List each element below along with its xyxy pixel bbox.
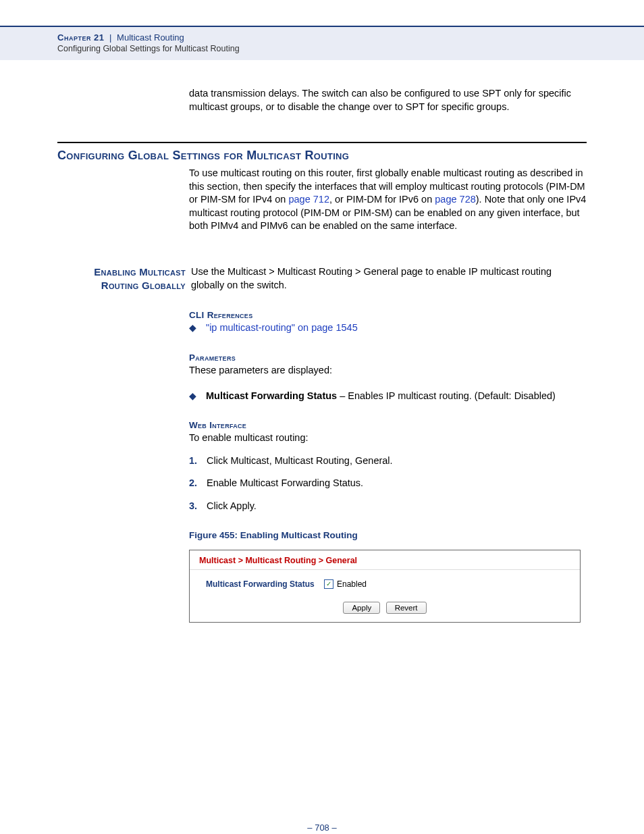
section-heading: Configuring Global Settings for Multicas…	[57, 149, 587, 163]
cli-references-heading: CLI References	[189, 310, 587, 320]
link-ip-multicast-routing[interactable]: "ip multicast-routing" on page 1545	[206, 321, 358, 335]
section-paragraph: To use multicast routing on this router,…	[189, 167, 587, 233]
pipe-separator: |	[109, 32, 114, 43]
figure-caption: Figure 455: Enabling Multicast Routing	[189, 530, 587, 540]
section-text-2: , or PIM-DM for IPv6 on	[329, 194, 435, 205]
header-subtitle: Configuring Global Settings for Multicas…	[57, 44, 587, 53]
apply-button[interactable]: Apply	[343, 602, 380, 614]
step-number: 1.	[189, 454, 207, 468]
enabled-checkbox[interactable]: ✓ Enabled	[324, 579, 367, 589]
chapter-title: Multicast Routing	[117, 32, 184, 43]
bullet-diamond-icon: ◆	[189, 321, 196, 335]
bullet-diamond-icon: ◆	[189, 390, 196, 403]
step-row: 1. Click Multicast, Multicast Routing, G…	[189, 454, 587, 468]
step-text: Click Apply.	[207, 500, 257, 513]
chapter-label: Chapter 21	[57, 32, 104, 43]
step-text: Enable Multicast Forwarding Status.	[207, 477, 363, 490]
link-page-728[interactable]: page 728	[435, 194, 475, 205]
side-heading-line-2: Routing Globally	[101, 280, 186, 291]
screenshot-buttons: Apply Revert	[190, 594, 580, 622]
step-number: 3.	[189, 500, 207, 513]
field-label: Multicast Forwarding Status	[206, 579, 324, 589]
checkbox-icon: ✓	[324, 579, 333, 589]
step-text: Click Multicast, Multicast Routing, Gene…	[207, 454, 393, 468]
side-heading-line-1: Enabling Multicast	[94, 266, 186, 278]
carryover-paragraph: data transmission delays. The switch can…	[189, 87, 587, 113]
screenshot-breadcrumb: Multicast > Multicast Routing > General	[190, 550, 580, 570]
checkbox-label: Enabled	[337, 579, 367, 589]
web-interface-heading: Web Interface	[189, 420, 587, 430]
parameters-heading: Parameters	[189, 353, 587, 363]
page-number: – 708 –	[307, 823, 336, 833]
web-interface-intro: To enable multicast routing:	[189, 432, 587, 445]
side-heading: Enabling Multicast Routing Globally	[57, 265, 191, 293]
revert-button[interactable]: Revert	[386, 602, 427, 614]
parameter-desc: – Enables IP multicast routing. (Default…	[337, 390, 556, 401]
figure-screenshot: Multicast > Multicast Routing > General …	[189, 550, 581, 623]
parameters-intro: These parameters are displayed:	[189, 364, 587, 377]
parameter-item: ◆ Multicast Forwarding Status – Enables …	[189, 390, 587, 403]
page-header: Chapter 21 | Multicast Routing Configuri…	[0, 26, 644, 60]
cli-reference-item: ◆ "ip multicast-routing" on page 1545	[189, 321, 587, 335]
header-line-1: Chapter 21 | Multicast Routing	[57, 32, 587, 43]
page-footer: – 708 –	[0, 823, 644, 833]
parameter-name: Multicast Forwarding Status	[206, 390, 337, 401]
link-page-712[interactable]: page 712	[288, 194, 329, 205]
step-row: 2. Enable Multicast Forwarding Status.	[189, 477, 587, 490]
step-row: 3. Click Apply.	[189, 500, 587, 513]
section-rule	[57, 142, 587, 143]
side-body: Use the Multicast > Multicast Routing > …	[191, 265, 587, 293]
step-number: 2.	[189, 477, 207, 490]
parameter-text: Multicast Forwarding Status – Enables IP…	[206, 390, 556, 403]
screenshot-body: Multicast Forwarding Status ✓ Enabled	[190, 570, 580, 594]
